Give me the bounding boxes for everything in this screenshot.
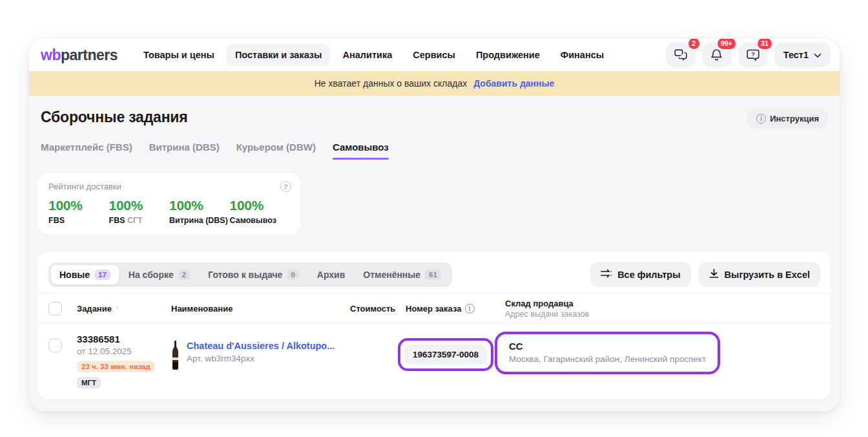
tab-courier-dbw[interactable]: Курьером (DBW) (236, 142, 316, 160)
rating-fbs-sgt: 100% FBS СГТ (109, 198, 170, 225)
tab-marketplace-fbs[interactable]: Маркетплейс (FBS) (41, 142, 132, 160)
mgt-tag-badge: МГТ (77, 377, 101, 389)
filter-cancelled[interactable]: Отменённые 61 (355, 265, 450, 284)
orders-toolbar: Новые 17 На сборке 2 Готово к выдаче 0 А… (38, 262, 831, 287)
logo-partners: partners (61, 47, 118, 63)
order-number-chip[interactable]: 196373597-0008 (404, 345, 487, 365)
filter-new[interactable]: Новые 17 (51, 265, 119, 284)
all-filters-button[interactable]: Все фильтры (590, 262, 690, 287)
warehouse-cell: СС Москва, Гагаринский район, Ленинский … (505, 330, 831, 389)
tab-samovyvoz[interactable]: Самовывоз (333, 142, 389, 160)
filter-count: 0 (287, 270, 298, 280)
orders-card: Новые 17 На сборке 2 Готово к выдаче 0 А… (38, 252, 831, 400)
rating-value: 100% (109, 198, 170, 213)
chat-icon (674, 49, 687, 61)
banner-text: Не хватает данных о ваших складах (315, 78, 467, 89)
column-order-number: Номер заказа i (406, 304, 505, 314)
task-id: 33386581 (77, 334, 171, 345)
title-row: Сборочные задания i Инструкция (38, 109, 831, 129)
ratings-grid: 100% FBS 100% FBS СГТ 100% Витрина (DBS)… (48, 198, 290, 225)
rating-samovyvoz: 100% Самовывоз (230, 198, 291, 225)
task-cell: 33386581 от 12.05.2025 23 ч. 33 мин. наз… (77, 330, 171, 389)
info-icon[interactable]: i (465, 304, 475, 314)
sort-arrow-icon[interactable]: ↑ (115, 304, 119, 313)
account-name: Тест1 (783, 50, 809, 60)
rating-label: FBS СГТ (109, 216, 170, 225)
instruction-button[interactable]: i Инструкция (747, 109, 828, 129)
bell-icon (710, 48, 723, 61)
column-task[interactable]: Задание ↑ (77, 304, 171, 314)
all-filters-label: Все фильтры (617, 270, 680, 280)
rating-label: Витрина (DBS) (169, 216, 230, 225)
filter-label: Готово к выдаче (208, 270, 282, 280)
rating-label: Самовывоз (230, 216, 291, 225)
rating-label: FBS (48, 216, 109, 225)
filter-label: Отменённые (363, 270, 420, 280)
wbpartners-logo[interactable]: wbpartners (41, 47, 118, 64)
order-number-cell: 196373597-0008 (406, 330, 505, 389)
main-nav: Товары и цены Поставки и заказы Аналитик… (134, 44, 666, 66)
delivery-type-tabs: Маркетплейс (FBS) Витрина (DBS) Курьером… (41, 142, 828, 160)
nav-item-supplies-orders[interactable]: Поставки и заказы (226, 44, 331, 66)
filter-label: Архив (317, 270, 345, 280)
support-badge: 31 (758, 39, 772, 49)
nav-item-goods[interactable]: Товары и цены (134, 44, 223, 66)
ratings-title: Рейтинги доставки (48, 182, 290, 191)
filter-archive[interactable]: Архив (309, 265, 353, 284)
app-window: wbpartners Товары и цены Поставки и зака… (29, 39, 840, 411)
filters-icon (601, 269, 612, 280)
status-filter-tabs: Новые 17 На сборке 2 Готово к выдаче 0 А… (48, 262, 452, 287)
nav-item-promotion[interactable]: Продвижение (467, 44, 549, 66)
toolbar-buttons: Все фильтры Выгрузить в Excel (590, 262, 820, 287)
warehouse-address: Москва, Гагаринский район, Ленинский про… (509, 354, 706, 364)
help-bubble-icon: ? (747, 49, 760, 61)
export-excel-button[interactable]: Выгрузить в Excel (699, 262, 820, 287)
support-button[interactable]: ? 31 (738, 43, 768, 67)
messages-badge: 2 (688, 39, 699, 49)
instruction-label: Инструкция (770, 114, 819, 123)
column-name: Наименование (171, 304, 350, 314)
header-checkbox-cell (48, 302, 77, 315)
rating-value: 100% (230, 198, 291, 213)
table-header: Задание ↑ Наименование Стоимость Номер з… (38, 293, 831, 323)
tab-vitrina-dbs[interactable]: Витрина (DBS) (149, 142, 220, 160)
page-title: Сборочные задания (41, 109, 188, 126)
row-checkbox[interactable] (48, 339, 62, 352)
nav-item-analytics[interactable]: Аналитика (333, 44, 401, 66)
product-thumbnail (171, 341, 180, 389)
column-warehouse: Склад продавца Адрес выдачи заказов (505, 299, 831, 319)
notifications-badge: 99+ (718, 39, 736, 49)
top-navigation-bar: wbpartners Товары и цены Поставки и зака… (29, 39, 840, 71)
filter-assembling[interactable]: На сборке 2 (120, 265, 198, 284)
warehouse-name: СС (509, 341, 706, 352)
product-cell: Chateau d'Aussieres / Alkotupo... Арт. w… (171, 341, 350, 389)
help-icon[interactable]: ? (280, 181, 291, 192)
order-number-annotation: 196373597-0008 (398, 338, 493, 371)
logo-wb: wb (41, 47, 61, 63)
info-icon: i (756, 114, 766, 123)
add-data-link[interactable]: Добавить данные (473, 78, 554, 89)
filter-label: На сборке (129, 270, 174, 280)
nav-item-services[interactable]: Сервисы (404, 44, 464, 66)
notifications-button[interactable]: 99+ (702, 43, 732, 67)
account-menu-button[interactable]: Тест1 (774, 43, 831, 67)
column-price: Стоимость (350, 304, 406, 314)
export-excel-label: Выгрузить в Excel (725, 270, 810, 280)
filter-count: 2 (178, 270, 190, 280)
select-all-checkbox[interactable] (48, 302, 62, 315)
delivery-ratings-card: Рейтинги доставки ? 100% FBS 100% FBS СГ… (38, 173, 300, 235)
product-article: Арт. wb3rm34pxx (187, 354, 335, 363)
messages-button[interactable]: 2 (666, 43, 696, 67)
rating-value: 100% (48, 198, 109, 213)
chevron-down-icon (814, 50, 822, 60)
filter-label: Новые (59, 270, 90, 280)
rating-vitrina-dbs: 100% Витрина (DBS) (169, 198, 230, 225)
product-link[interactable]: Chateau d'Aussieres / Alkotupo... (187, 341, 335, 351)
top-actions: 2 99+ ? 31 (666, 43, 831, 67)
warehouse-annotation: СС Москва, Гагаринский район, Ленинский … (495, 332, 720, 374)
filter-ready[interactable]: Готово к выдаче 0 (200, 265, 307, 284)
nav-item-finance[interactable]: Финансы (552, 44, 613, 66)
svg-text:?: ? (751, 51, 755, 58)
rating-value: 100% (169, 198, 230, 213)
page-content: Сборочные задания i Инструкция Маркетпле… (29, 96, 840, 411)
